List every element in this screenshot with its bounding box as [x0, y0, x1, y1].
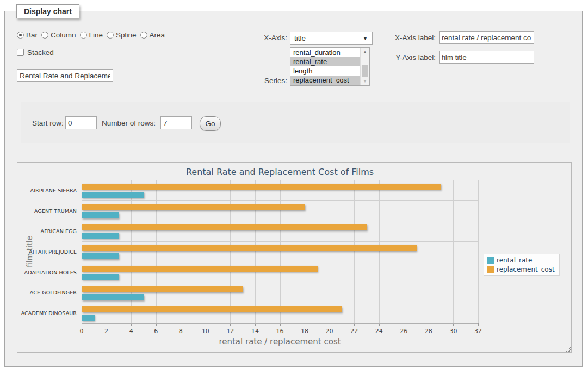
chart-type-radio-bar[interactable]: Bar: [17, 31, 38, 39]
y-axis-title: film title: [25, 230, 34, 273]
x-tick-label: 28: [425, 328, 432, 335]
radio-icon[interactable]: [140, 32, 147, 39]
gridline: [280, 180, 281, 323]
chart-legend: rental_ratereplacement_cost: [484, 254, 560, 276]
bar-rental_rate[interactable]: [82, 294, 144, 300]
legend-item-rental_rate[interactable]: rental_rate: [487, 256, 555, 264]
x-axis-select-value: title: [294, 34, 306, 42]
x-tick-label: 22: [350, 328, 358, 335]
category-label: AGENT TRUMAN: [17, 208, 77, 214]
radio-label: Spline: [116, 31, 137, 39]
axis-tick: [478, 323, 479, 326]
chart-type-radio-column[interactable]: Column: [41, 31, 76, 39]
radio-label: Bar: [26, 31, 38, 39]
category-label: ACE GOLDFINGER: [17, 290, 77, 296]
stacked-checkbox[interactable]: [17, 49, 24, 56]
chart-type-radio-area[interactable]: Area: [140, 31, 165, 39]
x-axis-label-label: X-Axis label:: [386, 34, 436, 42]
chevron-down-icon: ▼: [363, 36, 368, 41]
gridline: [156, 180, 157, 323]
x-axis-line: [82, 323, 478, 324]
bar-rental_rate[interactable]: [82, 315, 95, 321]
gridline: [206, 180, 206, 323]
num-rows-label: Number of rows:: [102, 119, 156, 127]
scrollbar-thumb[interactable]: [362, 65, 368, 77]
gridline: [478, 180, 479, 323]
series-option-rental_duration[interactable]: rental_duration: [290, 48, 360, 57]
series-option-rental_rate[interactable]: rental_rate: [290, 57, 360, 66]
category-label: ACADEMY DINOSAUR: [17, 310, 77, 316]
series-option-replacement_cost[interactable]: replacement_cost: [290, 76, 360, 85]
resize-handle-icon[interactable]: [565, 346, 571, 352]
bar-rental_rate[interactable]: [82, 253, 119, 259]
bar-replacement_cost[interactable]: [82, 204, 305, 210]
bar-replacement_cost[interactable]: [82, 286, 243, 292]
x-tick-label: 32: [474, 328, 482, 335]
series-list-label: Series:: [244, 77, 287, 85]
display-chart-fieldset: Display chart BarColumnLineSplineArea St…: [4, 11, 583, 367]
bar-replacement_cost[interactable]: [82, 224, 367, 230]
legend-label: rental_rate: [497, 256, 532, 264]
radio-label: Area: [150, 31, 165, 39]
radio-icon[interactable]: [41, 32, 48, 39]
bar-replacement_cost[interactable]: [82, 266, 318, 272]
x-tick-label: 8: [179, 328, 183, 335]
legend-label: replacement_cost: [497, 266, 555, 273]
x-tick-label: 4: [129, 328, 133, 335]
y-axis-label-input[interactable]: [439, 51, 534, 64]
bar-replacement_cost[interactable]: [82, 184, 441, 190]
row-controls-panel: Start row: Number of rows: Go: [21, 102, 570, 143]
x-tick-label: 12: [226, 328, 234, 335]
gridline: [230, 180, 231, 323]
gridline: [404, 180, 404, 323]
gridline: [131, 180, 132, 323]
radio-icon[interactable]: [80, 32, 87, 39]
x-tick-label: 6: [154, 328, 158, 335]
chart-title-input[interactable]: [17, 69, 113, 82]
x-axis-label-input[interactable]: [439, 31, 534, 44]
band-gridline: [82, 180, 478, 180]
bar-rental_rate[interactable]: [82, 274, 119, 280]
series-listbox[interactable]: rental_durationrental_ratelengthreplacem…: [290, 47, 370, 86]
listbox-scrollbar[interactable]: ▲ ▼: [360, 48, 369, 85]
series-option-length[interactable]: length: [290, 66, 360, 76]
x-tick-label: 24: [375, 328, 383, 335]
gridline: [107, 180, 107, 323]
bar-rental_rate[interactable]: [82, 192, 144, 198]
legend-item-replacement_cost[interactable]: replacement_cost: [487, 266, 555, 273]
start-row-input[interactable]: [65, 116, 97, 129]
gridline: [453, 180, 454, 323]
x-axis-title: rental rate / replacement cost: [82, 337, 478, 347]
legend-swatch-icon: [487, 257, 494, 264]
bar-replacement_cost[interactable]: [82, 306, 342, 312]
go-button[interactable]: Go: [200, 116, 221, 131]
band-gridline: [82, 221, 478, 221]
gridline: [305, 180, 305, 323]
radio-icon[interactable]: [107, 32, 114, 39]
band-gridline: [82, 283, 478, 283]
chart-type-radio-line[interactable]: Line: [80, 31, 103, 39]
radio-icon[interactable]: [17, 32, 24, 39]
gridline: [379, 180, 380, 323]
scroll-down-icon[interactable]: ▼: [361, 77, 369, 85]
bar-replacement_cost[interactable]: [82, 245, 417, 251]
x-tick-label: 16: [276, 328, 284, 335]
gridline: [330, 180, 330, 323]
chart-title: Rental Rate and Replacement Cost of Film…: [82, 167, 478, 177]
gridline: [429, 180, 429, 323]
scroll-up-icon[interactable]: ▲: [361, 48, 369, 56]
y-axis-label-label: Y-Axis label:: [386, 53, 436, 61]
chart-type-radio-spline[interactable]: Spline: [107, 31, 137, 39]
x-tick-label: 0: [80, 328, 84, 335]
fieldset-legend: Display chart: [16, 4, 79, 18]
bar-rental_rate[interactable]: [82, 212, 119, 218]
bar-rental_rate[interactable]: [82, 233, 119, 239]
gridline: [255, 180, 256, 323]
x-tick-label: 14: [251, 328, 259, 335]
band-gridline: [82, 262, 478, 262]
num-rows-input[interactable]: [160, 116, 192, 129]
x-axis-select[interactable]: title ▼: [290, 32, 373, 45]
x-tick-label: 26: [400, 328, 407, 335]
category-label: AIRPLANE SIERRA: [17, 187, 77, 193]
legend-swatch-icon: [487, 266, 494, 273]
